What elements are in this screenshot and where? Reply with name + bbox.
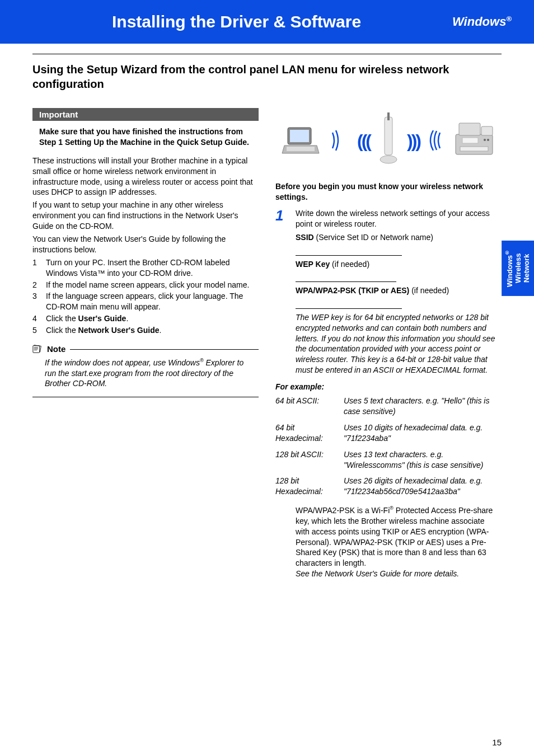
wifi-waves-icon (329, 129, 348, 153)
wpa-paragraph: WPA/WPA2-PSK is a Wi-Fi® Protected Acces… (296, 505, 499, 579)
router-icon (379, 112, 398, 170)
wifi-waves-icon-2 (429, 130, 443, 152)
wep-key-note: The WEP key is for 64 bit encrypted netw… (296, 312, 502, 375)
for-example-label: For example: (275, 382, 502, 391)
svg-point-13 (487, 139, 489, 141)
svg-rect-3 (287, 147, 315, 151)
wifi-glyph-left: ((( (357, 131, 370, 152)
svg-rect-7 (456, 134, 493, 154)
svg-point-5 (380, 156, 397, 163)
svg-rect-11 (462, 138, 478, 143)
step-1-body: Write down the wireless network settings… (296, 208, 502, 375)
note-icon (32, 344, 43, 354)
section-heading: Using the Setup Wizard from the control … (32, 62, 502, 91)
header-bar: Installing the Driver & Software Windows… (0, 0, 534, 44)
wpa-blank-line (296, 301, 402, 309)
page-title: Installing the Driver & Software (112, 12, 361, 31)
wifi-glyph-right: ))) (407, 131, 420, 152)
intro-p3: You can view the Network User's Guide by… (32, 234, 259, 255)
svg-rect-6 (387, 112, 390, 120)
laptop-icon (281, 124, 320, 158)
svg-rect-10 (460, 147, 488, 151)
intro-p1: These instructions will install your Bro… (32, 156, 259, 198)
instruction-list: 1Turn on your PC. Insert the Brother CD-… (32, 257, 259, 336)
left-column: Important Make sure that you have finish… (32, 108, 259, 579)
svg-point-12 (484, 139, 486, 141)
example-table: 64 bit ASCII:Uses 5 text characters. e.g… (275, 396, 502, 497)
note-label: Note (47, 344, 65, 354)
wep-blank-line (296, 274, 396, 282)
header-os: Windows® (452, 15, 512, 29)
intro-p2: If you want to setup your machine in any… (32, 200, 259, 232)
printer-icon (452, 121, 496, 162)
network-diagram: ((( ))) (275, 112, 502, 170)
svg-rect-2 (290, 130, 309, 142)
ssid-blank-line (296, 248, 402, 256)
important-text: Make sure that you have finished the ins… (32, 121, 259, 156)
step-number-1: 1 (275, 208, 288, 375)
page-number: 15 (492, 738, 502, 747)
before-begin: Before you begin you must know your wire… (275, 181, 502, 203)
svg-rect-4 (385, 117, 392, 155)
note-body: If the window does not appear, use Windo… (32, 357, 259, 395)
svg-rect-8 (459, 123, 480, 135)
svg-rect-9 (481, 126, 493, 135)
important-header: Important (32, 108, 259, 121)
right-column: ((( ))) (275, 108, 502, 579)
side-tab: Windows® Wireless Network (502, 241, 534, 296)
